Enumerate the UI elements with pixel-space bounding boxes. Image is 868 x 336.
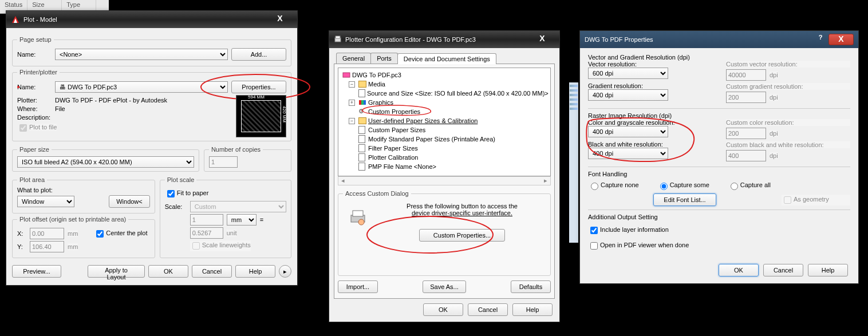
equals-sign: = xyxy=(260,216,263,223)
page-icon xyxy=(358,135,366,143)
cancel-button[interactable]: Cancel xyxy=(763,264,803,276)
h-scrollbar[interactable]: ◂▸ xyxy=(338,176,551,185)
tree-filter[interactable]: Filter Paper Sizes xyxy=(368,145,418,152)
dpi-label: dpi xyxy=(770,94,778,101)
copies-group: Number of copies xyxy=(204,146,291,172)
capture-none-radio[interactable]: Capture none xyxy=(588,181,639,190)
bw-select[interactable]: 400 dpi xyxy=(588,148,668,159)
window-button[interactable]: Window< xyxy=(109,195,150,208)
expand-icon[interactable]: + xyxy=(349,100,355,106)
tree-pmp[interactable]: PMP File Name <None> xyxy=(368,163,436,170)
help-button[interactable]: Help xyxy=(235,265,275,278)
settings-tree[interactable]: DWG To PDF.pc3 −Media Source and Size <S… xyxy=(338,68,551,176)
help-button[interactable]: Help xyxy=(808,264,848,276)
close-icon[interactable]: X xyxy=(267,14,293,25)
printer-plotter-group: Printer/plotter Name: 🖶 DWG To PDF.pc3 P… xyxy=(12,69,291,141)
expand-arrow-icon[interactable]: ▸ xyxy=(279,265,291,278)
dpi-label: dpi xyxy=(770,152,778,159)
tree-custom-props[interactable]: Custom Properties xyxy=(368,108,420,115)
ri-legend: Raster Image Resolution (dpi) xyxy=(588,112,850,119)
plot-scale-legend: Plot scale xyxy=(165,176,197,183)
pagesetup-name-select[interactable]: <None> xyxy=(55,49,228,60)
tree-source-size[interactable]: Source and Size <Size: ISO full bleed A2… xyxy=(367,90,549,97)
tree-custom-paper[interactable]: Custom Paper Sizes xyxy=(368,127,425,133)
properties-button[interactable]: Properties... xyxy=(231,81,286,93)
printer-name-select[interactable]: 🖶 DWG To PDF.pc3 xyxy=(55,81,228,93)
vr-select[interactable]: 600 dpi xyxy=(588,68,668,79)
tree-media[interactable]: Media xyxy=(368,81,385,88)
tree-modify-std[interactable]: Modify Standard Paper Sizes (Printable A… xyxy=(368,136,495,143)
vg-legend: Vector and Gradient Resolution (dpi) xyxy=(588,54,850,61)
add-button[interactable]: Add... xyxy=(231,48,286,61)
y-input xyxy=(30,241,64,252)
defaults-button[interactable]: Defaults xyxy=(511,280,551,293)
paper-size-select[interactable]: ISO full bleed A2 (594.00 x 420.00 MM) xyxy=(17,156,194,168)
apply-layout-button[interactable]: Apply to Layout xyxy=(88,265,145,278)
cgr-input xyxy=(726,92,766,103)
cvr-input xyxy=(726,69,766,81)
collapse-icon[interactable]: − xyxy=(349,81,355,88)
custom-properties-button[interactable]: Custom Properties... xyxy=(419,229,505,242)
tree-user-defined[interactable]: User-defined Paper Sizes & Calibration xyxy=(368,117,478,124)
edit-font-list-button[interactable]: Edit Font List... xyxy=(653,193,716,206)
ok-button[interactable]: OK xyxy=(719,264,759,276)
pce-title: Plotter Configuration Editor - DWG To PD… xyxy=(345,36,476,43)
pagesetup-name-label: Name: xyxy=(17,51,52,58)
y-label: Y: xyxy=(17,243,26,250)
ao-legend: Additional Output Setting xyxy=(588,214,850,220)
plot-offset-group: Plot offset (origin set to printable are… xyxy=(12,216,155,258)
help-button[interactable]: Help xyxy=(512,303,553,316)
cg-select[interactable]: 400 dpi xyxy=(588,126,668,137)
saveas-button[interactable]: Save As... xyxy=(423,280,466,293)
ccr-input xyxy=(726,128,766,139)
preview-button[interactable]: Preview... xyxy=(12,265,61,278)
what-to-plot-select[interactable]: Window xyxy=(17,196,74,207)
cbw-label: Custom black and white resolution: xyxy=(726,141,850,148)
pce-titlebar: Plotter Configuration Editor - DWG To PD… xyxy=(329,31,559,48)
center-plot-checkbox[interactable]: Center the plot xyxy=(94,228,147,239)
dwg-titlebar: DWG To PDF Properties ? X xyxy=(580,31,858,48)
scale-units-select[interactable]: mm xyxy=(227,214,257,226)
what-to-plot-label: What to plot: xyxy=(17,187,53,193)
x-unit: mm xyxy=(68,230,78,237)
page-icon xyxy=(358,153,366,161)
where-label: Where: xyxy=(17,105,52,112)
tree-root[interactable]: DWG To PDF.pc3 xyxy=(352,72,401,78)
plotter-label: Plotter: xyxy=(17,97,52,104)
include-layer-checkbox[interactable]: Include layer information xyxy=(588,225,669,236)
dwg-title: DWG To PDF Properties xyxy=(585,36,653,43)
help-icon[interactable]: ? xyxy=(814,34,827,45)
folder-icon xyxy=(358,80,366,88)
tree-calibration[interactable]: Plotter Calibration xyxy=(368,154,418,161)
cvr-label: Custom vector resolution: xyxy=(726,61,850,68)
access-legend: Access Custom Dialog xyxy=(343,190,411,197)
tab-general[interactable]: General xyxy=(336,53,371,64)
close-icon[interactable]: X xyxy=(828,34,854,45)
autocad-icon xyxy=(11,15,20,24)
fh-legend: Font Handling xyxy=(588,171,850,177)
gear-icon xyxy=(358,108,366,116)
open-pdf-checkbox[interactable]: Open in PDF viewer when done xyxy=(588,240,689,251)
svg-rect-8 xyxy=(364,100,366,105)
tree-graphics[interactable]: Graphics xyxy=(368,99,393,106)
where-value: File xyxy=(55,105,65,112)
gr-select[interactable]: 400 dpi xyxy=(588,89,668,101)
page-icon xyxy=(358,89,365,97)
cancel-button[interactable]: Cancel xyxy=(192,265,232,278)
access-custom-dialog-group: Access Custom Dialog Press the following… xyxy=(338,190,551,276)
scale-lineweights-checkbox: Scale lineweights xyxy=(190,240,251,251)
close-icon[interactable]: X xyxy=(530,34,555,45)
tab-device-doc-settings[interactable]: Device and Document Settings xyxy=(397,53,496,64)
ok-button[interactable]: OK xyxy=(423,303,463,316)
ok-button[interactable]: OK xyxy=(148,265,188,278)
capture-all-radio[interactable]: Capture all xyxy=(728,181,771,190)
tab-ports[interactable]: Ports xyxy=(370,53,398,64)
scale-units-input xyxy=(190,214,223,226)
capture-some-radio[interactable]: Capture some xyxy=(657,181,709,190)
fit-to-paper-checkbox[interactable]: Fit to paper xyxy=(165,188,209,199)
access-text2: device driver-specific user-interface. xyxy=(378,209,546,216)
cancel-button[interactable]: Cancel xyxy=(468,303,508,316)
import-button[interactable]: Import... xyxy=(338,280,378,293)
dpi-label: dpi xyxy=(770,72,778,78)
collapse-icon[interactable]: − xyxy=(349,118,355,124)
